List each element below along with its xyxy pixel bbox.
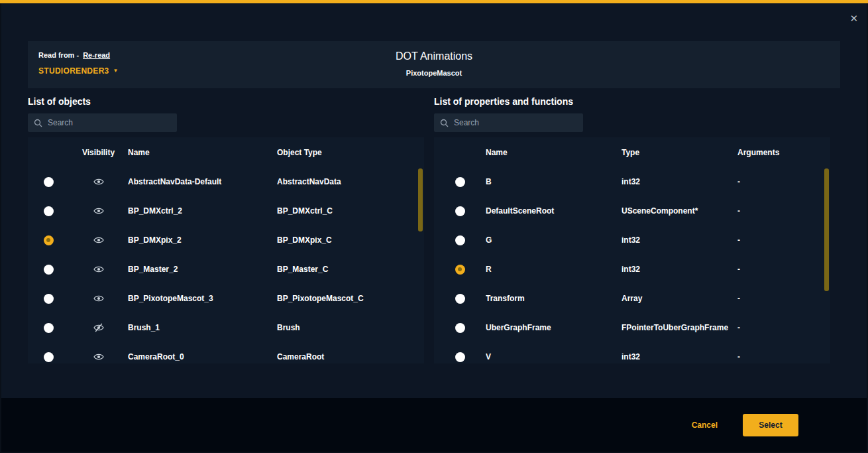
property-name: DefaultSceneRoot (486, 206, 622, 216)
object-name: CameraRoot_0 (128, 352, 277, 361)
property-type: FPointerToUberGraphFrame (622, 323, 737, 332)
object-row[interactable]: Brush_1Brush (28, 313, 424, 342)
reread-link[interactable]: Re-read (83, 51, 110, 59)
objects-table: Visibility Name Object Type AbstractNavD… (28, 137, 424, 363)
radio-button[interactable] (44, 352, 54, 362)
scrollbar-thumb[interactable] (824, 168, 829, 291)
object-row[interactable]: CameraRoot_0CameraRoot (28, 342, 424, 363)
property-arguments: - (737, 265, 830, 274)
cancel-button[interactable]: Cancel (692, 421, 718, 430)
property-type: int32 (622, 265, 737, 274)
property-name: UberGraphFrame (486, 323, 622, 332)
column-header-object-type: Object Type (277, 148, 424, 157)
radio-button[interactable] (455, 294, 465, 304)
object-type: BP_DMXpix_C (277, 235, 424, 245)
radio-button[interactable] (455, 235, 465, 245)
property-row[interactable]: Rint32- (434, 255, 830, 284)
search-icon (440, 119, 449, 127)
eye-icon[interactable] (93, 236, 104, 244)
scrollbar-thumb[interactable] (418, 168, 423, 231)
property-name: G (486, 235, 622, 245)
properties-scrollbar (824, 168, 829, 362)
objects-panel: List of objects Visibility Name Object T… (28, 96, 424, 363)
column-header-name: Name (486, 148, 622, 157)
column-header-arguments: Arguments (737, 148, 830, 157)
objects-scrollbar (418, 168, 423, 362)
eye-icon[interactable] (93, 207, 104, 215)
source-dropdown[interactable]: STUDIORENDER3 ▼ (38, 66, 119, 76)
object-type: BP_PixotopeMascot_C (277, 294, 424, 303)
objects-search-input[interactable] (48, 118, 171, 127)
object-type: CameraRoot (277, 352, 424, 361)
dialog-subtitle: PixotopeMascot (28, 69, 840, 77)
search-icon (34, 119, 42, 127)
property-name: R (486, 265, 622, 274)
object-row[interactable]: BP_Master_2BP_Master_C (28, 255, 424, 284)
radio-button[interactable] (44, 323, 54, 333)
property-name: B (486, 177, 622, 186)
object-type: AbstractNavData (277, 177, 424, 186)
object-name: BP_DMXctrl_2 (128, 206, 277, 216)
properties-table: Name Type Arguments Bint32-DefaultSceneR… (434, 137, 830, 363)
property-arguments: - (737, 352, 830, 361)
radio-button[interactable] (455, 323, 465, 333)
chevron-down-icon: ▼ (113, 68, 119, 74)
eye-icon[interactable] (93, 265, 104, 273)
radio-button[interactable] (455, 177, 465, 187)
radio-button[interactable] (44, 177, 54, 187)
object-type: Brush (277, 323, 424, 332)
properties-search-input[interactable] (454, 118, 577, 127)
property-arguments: - (737, 235, 830, 245)
eye-icon[interactable] (93, 178, 104, 186)
property-row[interactable]: DefaultSceneRootUSceneComponent*- (434, 196, 830, 226)
object-type: BP_DMXctrl_C (277, 206, 424, 216)
close-icon[interactable]: ✕ (849, 13, 858, 23)
object-row[interactable]: AbstractNavData-DefaultAbstractNavData (28, 167, 424, 196)
footer-bar: Cancel Select (1, 398, 867, 452)
radio-button[interactable] (44, 265, 54, 275)
source-dropdown-label: STUDIORENDER3 (38, 66, 109, 76)
objects-search (28, 113, 177, 132)
property-row[interactable]: UberGraphFrameFPointerToUberGraphFrame- (434, 313, 830, 342)
property-type: int32 (622, 177, 737, 186)
property-row[interactable]: Bint32- (434, 167, 830, 196)
properties-search (434, 113, 583, 132)
select-button[interactable]: Select (743, 414, 798, 436)
object-row[interactable]: BP_DMXpix_2BP_DMXpix_C (28, 226, 424, 255)
eye-icon[interactable] (93, 294, 104, 302)
property-arguments: - (737, 323, 830, 332)
property-type: int32 (622, 352, 737, 361)
object-row[interactable]: BP_DMXctrl_2BP_DMXctrl_C (28, 196, 424, 226)
read-from-label: Read from - (38, 51, 79, 59)
property-row[interactable]: Vint32- (434, 342, 830, 363)
property-arguments: - (737, 294, 830, 303)
property-arguments: - (737, 206, 830, 216)
object-row[interactable]: BP_PixotopeMascot_3BP_PixotopeMascot_C (28, 284, 424, 313)
eye-off-icon[interactable] (93, 323, 104, 332)
property-name: Transform (486, 294, 622, 303)
column-header-name: Name (128, 148, 277, 157)
object-name: BP_Master_2 (128, 265, 277, 274)
column-header-type: Type (622, 148, 737, 157)
eye-icon[interactable] (93, 353, 104, 361)
object-type: BP_Master_C (277, 265, 424, 274)
header-panel: Read from - Re-read STUDIORENDER3 ▼ DOT … (28, 41, 840, 88)
property-name: V (486, 352, 622, 361)
objects-panel-heading: List of objects (28, 96, 424, 107)
objects-table-body: AbstractNavData-DefaultAbstractNavDataBP… (28, 167, 424, 363)
radio-button[interactable] (455, 352, 465, 362)
properties-panel-heading: List of properties and functions (434, 96, 830, 107)
radio-button[interactable] (455, 265, 465, 275)
property-row[interactable]: TransformArray- (434, 284, 830, 313)
radio-button[interactable] (44, 294, 54, 304)
object-name: Brush_1 (128, 323, 277, 332)
radio-button[interactable] (44, 206, 54, 216)
column-header-visibility: Visibility (69, 148, 128, 157)
radio-button[interactable] (44, 235, 54, 245)
dialog-title: DOT Animations (28, 50, 840, 62)
property-row[interactable]: Gint32- (434, 226, 830, 255)
properties-panel: List of properties and functions Name Ty… (434, 96, 830, 363)
property-type: USceneComponent* (622, 206, 737, 216)
property-arguments: - (737, 177, 830, 186)
radio-button[interactable] (455, 206, 465, 216)
